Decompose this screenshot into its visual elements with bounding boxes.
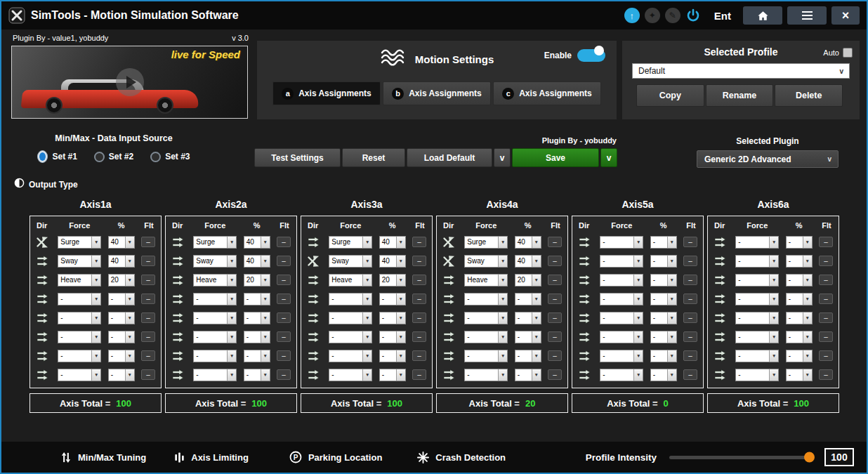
force-select[interactable]: - ▼ bbox=[735, 236, 779, 249]
percent-select[interactable]: - ▼ bbox=[244, 293, 270, 305]
direction-parallel-icon[interactable] bbox=[170, 312, 185, 324]
direction-parallel-icon[interactable] bbox=[577, 293, 592, 305]
tab-axis-assignments-c[interactable]: c Axis Assignments bbox=[493, 81, 601, 105]
force-select[interactable]: - ▼ bbox=[735, 274, 779, 287]
force-select[interactable]: - ▼ bbox=[735, 331, 779, 343]
force-select[interactable]: Sway ▼ bbox=[464, 255, 508, 268]
direction-parallel-icon[interactable] bbox=[441, 312, 456, 324]
force-select[interactable]: Surge ▼ bbox=[464, 236, 508, 249]
percent-select[interactable]: - ▼ bbox=[108, 312, 135, 324]
percent-select[interactable]: - ▼ bbox=[650, 293, 677, 305]
filter-button[interactable]: – bbox=[548, 369, 562, 380]
force-select[interactable]: Heave ▼ bbox=[329, 274, 372, 287]
filter-button[interactable]: – bbox=[412, 237, 426, 247]
percent-select[interactable]: - ▼ bbox=[108, 369, 135, 381]
percent-select[interactable]: - ▼ bbox=[379, 350, 406, 362]
percent-select[interactable]: 40 ▼ bbox=[515, 255, 541, 268]
direction-parallel-icon[interactable] bbox=[305, 293, 321, 305]
load-default-dropdown-button[interactable]: v bbox=[494, 148, 511, 167]
power-icon[interactable] bbox=[685, 8, 701, 23]
filter-button[interactable]: – bbox=[141, 294, 155, 304]
filter-button[interactable]: – bbox=[683, 275, 697, 285]
force-select[interactable]: - ▼ bbox=[329, 312, 372, 324]
filter-button[interactable]: – bbox=[277, 275, 291, 285]
direction-parallel-icon[interactable] bbox=[34, 312, 50, 324]
reset-button[interactable]: Reset bbox=[342, 148, 405, 167]
filter-button[interactable]: – bbox=[548, 256, 562, 266]
filter-button[interactable]: – bbox=[141, 237, 155, 247]
percent-select[interactable]: - ▼ bbox=[786, 293, 813, 305]
close-button[interactable]: × bbox=[831, 6, 860, 25]
load-default-button[interactable]: Load Default bbox=[407, 148, 492, 167]
filter-button[interactable]: – bbox=[683, 256, 697, 266]
force-select[interactable]: - ▼ bbox=[600, 236, 643, 249]
filter-button[interactable]: – bbox=[819, 256, 833, 266]
percent-select[interactable]: - ▼ bbox=[650, 255, 677, 268]
percent-select[interactable]: 40 ▼ bbox=[379, 255, 406, 268]
enable-toggle[interactable] bbox=[577, 49, 605, 62]
force-select[interactable]: Heave ▼ bbox=[464, 274, 508, 287]
direction-parallel-icon[interactable] bbox=[712, 350, 728, 362]
force-select[interactable]: - ▼ bbox=[58, 331, 101, 343]
direction-parallel-icon[interactable] bbox=[577, 255, 592, 268]
star-icon[interactable]: ✦ bbox=[645, 8, 660, 23]
play-button[interactable] bbox=[116, 68, 144, 96]
direction-parallel-icon[interactable] bbox=[34, 350, 50, 362]
force-select[interactable]: - ▼ bbox=[329, 331, 372, 343]
percent-select[interactable]: - ▼ bbox=[244, 331, 270, 343]
filter-button[interactable]: – bbox=[683, 369, 697, 380]
home-button[interactable] bbox=[743, 6, 782, 25]
filter-button[interactable]: – bbox=[412, 350, 426, 361]
force-select[interactable]: - ▼ bbox=[193, 312, 237, 324]
filter-button[interactable]: – bbox=[277, 312, 291, 323]
profile-select[interactable]: Default v bbox=[632, 63, 850, 79]
direction-parallel-icon[interactable] bbox=[712, 312, 728, 324]
force-select[interactable]: Heave ▼ bbox=[193, 274, 237, 287]
copy-button[interactable]: Copy bbox=[636, 84, 704, 107]
force-select[interactable]: - ▼ bbox=[329, 350, 372, 362]
direction-parallel-icon[interactable] bbox=[170, 274, 185, 287]
force-select[interactable]: - ▼ bbox=[600, 350, 643, 362]
percent-select[interactable]: 20 ▼ bbox=[108, 274, 135, 287]
filter-button[interactable]: – bbox=[277, 350, 291, 361]
filter-button[interactable]: – bbox=[819, 312, 833, 323]
filter-button[interactable]: – bbox=[683, 350, 697, 361]
percent-select[interactable]: - ▼ bbox=[379, 312, 406, 324]
direction-parallel-icon[interactable] bbox=[441, 331, 456, 343]
force-select[interactable]: - ▼ bbox=[600, 312, 643, 324]
percent-select[interactable]: - ▼ bbox=[108, 331, 135, 343]
force-select[interactable]: - ▼ bbox=[735, 369, 779, 381]
percent-select[interactable]: - ▼ bbox=[650, 369, 677, 381]
direction-parallel-icon[interactable] bbox=[34, 369, 50, 381]
percent-select[interactable]: - ▼ bbox=[786, 312, 813, 324]
force-select[interactable]: - ▼ bbox=[58, 350, 101, 362]
pencil-icon[interactable]: ✎ bbox=[665, 8, 680, 23]
filter-button[interactable]: – bbox=[548, 237, 562, 247]
save-button[interactable]: Save bbox=[512, 148, 599, 167]
filter-button[interactable]: – bbox=[412, 312, 426, 323]
force-select[interactable]: - ▼ bbox=[735, 293, 779, 305]
filter-button[interactable]: – bbox=[683, 294, 697, 304]
percent-select[interactable]: 20 ▼ bbox=[379, 274, 406, 287]
filter-button[interactable]: – bbox=[819, 331, 833, 342]
filter-button[interactable]: – bbox=[819, 369, 833, 380]
force-select[interactable]: - ▼ bbox=[193, 293, 237, 305]
direction-parallel-icon[interactable] bbox=[577, 312, 592, 324]
game-preview-image[interactable]: live for Speed bbox=[11, 46, 248, 119]
direction-parallel-icon[interactable] bbox=[305, 312, 321, 324]
filter-button[interactable]: – bbox=[412, 294, 426, 304]
percent-select[interactable]: 40 ▼ bbox=[379, 236, 406, 249]
percent-select[interactable]: 40 ▼ bbox=[108, 255, 135, 268]
auto-checkbox[interactable] bbox=[843, 48, 853, 58]
percent-select[interactable]: - ▼ bbox=[786, 255, 813, 268]
save-dropdown-button[interactable]: v bbox=[600, 148, 617, 167]
filter-button[interactable]: – bbox=[277, 237, 291, 247]
percent-select[interactable]: - ▼ bbox=[108, 293, 135, 305]
direction-parallel-icon[interactable] bbox=[712, 274, 728, 287]
force-select[interactable]: - ▼ bbox=[600, 331, 643, 343]
direction-parallel-icon[interactable] bbox=[34, 293, 50, 305]
test-settings-button[interactable]: Test Settings bbox=[254, 148, 341, 167]
filter-button[interactable]: – bbox=[819, 350, 833, 361]
direction-crossed-icon[interactable] bbox=[305, 255, 321, 268]
radio-set-3[interactable]: Set #3 bbox=[150, 150, 190, 163]
